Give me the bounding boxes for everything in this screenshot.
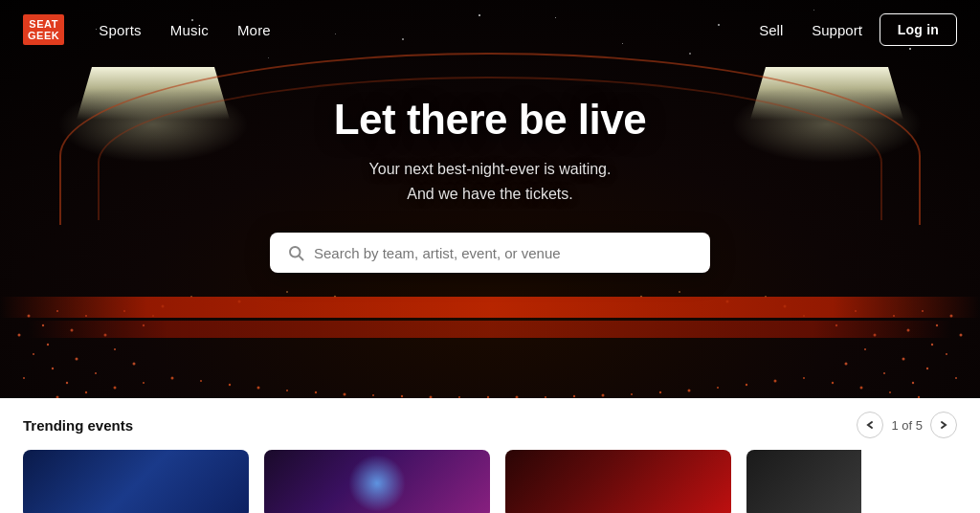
svg-point-61 bbox=[774, 380, 777, 383]
hero-subtitle-line2: And we have the tickets. bbox=[407, 186, 572, 202]
svg-point-54 bbox=[573, 395, 575, 397]
svg-point-6 bbox=[47, 344, 49, 346]
nav-right: Sell Support Log in bbox=[747, 13, 957, 46]
event-card-2[interactable] bbox=[264, 450, 490, 513]
svg-point-24 bbox=[931, 344, 933, 346]
stadium-red-strip-2 bbox=[29, 321, 951, 338]
svg-point-42 bbox=[229, 384, 231, 386]
svg-point-37 bbox=[85, 391, 87, 393]
svg-point-48 bbox=[401, 395, 403, 397]
svg-point-60 bbox=[746, 384, 747, 386]
event-card-partial[interactable] bbox=[746, 450, 861, 513]
svg-point-47 bbox=[372, 394, 374, 396]
svg-point-59 bbox=[717, 387, 719, 389]
svg-point-62 bbox=[803, 377, 805, 379]
svg-point-29 bbox=[902, 358, 905, 361]
hero-section: SEAT GEEK Sports Music More Sell Support… bbox=[0, 0, 980, 513]
event-card-1[interactable] bbox=[23, 450, 249, 513]
logo-line1: SEAT bbox=[28, 18, 59, 30]
svg-point-33 bbox=[845, 363, 848, 366]
svg-point-45 bbox=[315, 391, 317, 393]
svg-point-30 bbox=[864, 348, 866, 350]
svg-point-56 bbox=[631, 393, 633, 395]
svg-point-35 bbox=[912, 382, 914, 384]
svg-point-31 bbox=[926, 368, 928, 369]
pagination-prev[interactable] bbox=[857, 412, 883, 438]
search-icon bbox=[287, 244, 304, 261]
svg-point-10 bbox=[33, 353, 34, 355]
nav-support[interactable]: Support bbox=[800, 14, 874, 46]
event-card-3[interactable] bbox=[505, 450, 731, 513]
svg-point-16 bbox=[23, 377, 25, 379]
svg-point-40 bbox=[171, 377, 174, 380]
svg-point-20 bbox=[960, 334, 963, 337]
svg-point-44 bbox=[286, 390, 288, 391]
search-input[interactable] bbox=[314, 245, 693, 261]
svg-point-43 bbox=[257, 387, 260, 390]
svg-point-63 bbox=[832, 382, 834, 384]
svg-point-34 bbox=[955, 377, 957, 379]
pagination-display: 1 of 5 bbox=[891, 418, 923, 433]
svg-line-80 bbox=[299, 256, 302, 260]
svg-point-15 bbox=[133, 363, 136, 366]
nav-music[interactable]: Music bbox=[159, 14, 220, 46]
svg-point-13 bbox=[52, 368, 54, 369]
hero-subtitle-line1: Your next best-night-ever is waiting. bbox=[369, 161, 612, 177]
nav-more[interactable]: More bbox=[226, 14, 282, 46]
svg-point-64 bbox=[860, 387, 863, 390]
nav-links: Sports Music More bbox=[87, 14, 282, 46]
svg-point-12 bbox=[114, 348, 116, 350]
pagination: 1 of 5 bbox=[857, 412, 957, 438]
trending-section: Trending events 1 of 5 bbox=[0, 398, 980, 513]
svg-point-2 bbox=[18, 334, 21, 337]
login-button[interactable]: Log in bbox=[880, 13, 957, 46]
logo[interactable]: SEAT GEEK bbox=[23, 14, 64, 45]
svg-point-76 bbox=[679, 291, 680, 293]
svg-point-32 bbox=[883, 372, 885, 374]
svg-point-38 bbox=[114, 387, 117, 390]
pagination-next[interactable] bbox=[930, 412, 957, 438]
nav-sports[interactable]: Sports bbox=[87, 14, 153, 46]
svg-point-14 bbox=[95, 372, 97, 374]
search-bar bbox=[270, 233, 710, 273]
svg-point-70 bbox=[286, 291, 288, 293]
trending-cards bbox=[23, 450, 957, 513]
logo-box: SEAT GEEK bbox=[23, 14, 64, 45]
trending-title: Trending events bbox=[23, 417, 133, 434]
svg-point-11 bbox=[76, 358, 78, 361]
svg-point-55 bbox=[602, 394, 605, 397]
svg-point-41 bbox=[200, 380, 202, 382]
svg-point-46 bbox=[344, 393, 346, 396]
navbar: SEAT GEEK Sports Music More Sell Support… bbox=[0, 0, 980, 59]
svg-point-39 bbox=[143, 382, 145, 384]
hero-title: Let there be live bbox=[203, 96, 777, 144]
trending-header: Trending events 1 of 5 bbox=[23, 412, 957, 438]
stadium-red-strip bbox=[0, 297, 980, 318]
svg-point-17 bbox=[66, 382, 68, 384]
svg-point-57 bbox=[659, 391, 661, 393]
svg-point-65 bbox=[889, 391, 891, 393]
hero-content: Let there be live Your next best-night-e… bbox=[203, 96, 777, 273]
svg-point-58 bbox=[688, 390, 691, 392]
logo-line2: GEEK bbox=[28, 30, 59, 41]
svg-point-28 bbox=[946, 353, 947, 355]
hero-subtitle: Your next best-night-ever is waiting. An… bbox=[203, 157, 777, 206]
nav-sell[interactable]: Sell bbox=[747, 14, 794, 46]
